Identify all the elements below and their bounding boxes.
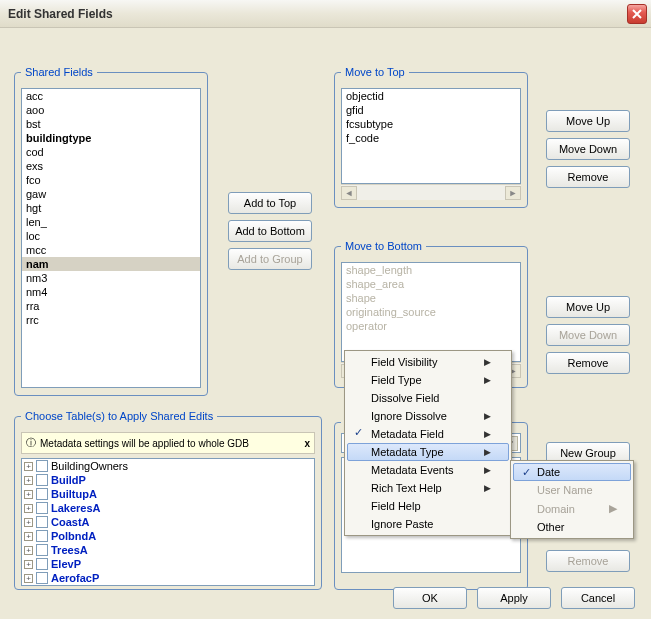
move-to-top-list[interactable]: objectidgfidfcsubtypef_code (341, 88, 521, 184)
shared-field-item[interactable]: buildingtype (22, 131, 200, 145)
move-top-item[interactable]: objectid (342, 89, 520, 103)
move-bottom-item[interactable]: shape_area (342, 277, 520, 291)
menu-item[interactable]: ✓Metadata Field▶ (347, 425, 509, 443)
hscrollbar[interactable]: ◄ ► (341, 184, 521, 200)
remove-bottom-button[interactable]: Remove (546, 352, 630, 374)
move-top-item[interactable]: fcsubtype (342, 117, 520, 131)
table-row[interactable]: +CoastA (22, 515, 314, 529)
submenu-item[interactable]: Other (513, 518, 631, 536)
checkbox[interactable] (36, 530, 48, 542)
menu-item[interactable]: Field Help (347, 497, 509, 515)
menu-item-label: Metadata Type (371, 446, 444, 458)
shared-field-item[interactable]: gaw (22, 187, 200, 201)
checkbox[interactable] (36, 516, 48, 528)
scroll-right-icon[interactable]: ► (505, 186, 521, 200)
expander-icon[interactable]: + (24, 574, 33, 583)
move-top-item[interactable]: f_code (342, 131, 520, 145)
apply-button[interactable]: Apply (477, 587, 551, 609)
expander-icon[interactable]: + (24, 504, 33, 513)
shared-field-item[interactable]: acc (22, 89, 200, 103)
shared-field-item[interactable]: aoo (22, 103, 200, 117)
info-close-button[interactable]: x (304, 438, 310, 449)
check-icon: ✓ (518, 466, 534, 479)
menu-item[interactable]: Field Visibility▶ (347, 353, 509, 371)
info-bar: ⓘ Metadata settings will be applied to w… (21, 432, 315, 454)
shared-field-item[interactable]: cod (22, 145, 200, 159)
checkbox[interactable] (36, 474, 48, 486)
shared-field-item[interactable]: nam (22, 257, 200, 271)
table-label: BuiltupA (51, 488, 97, 500)
shared-field-item[interactable]: exs (22, 159, 200, 173)
submenu-item[interactable]: ✓Date (513, 463, 631, 481)
checkbox[interactable] (36, 488, 48, 500)
expander-icon[interactable]: + (24, 546, 33, 555)
expander-icon[interactable]: + (24, 518, 33, 527)
scroll-left-icon[interactable]: ◄ (341, 186, 357, 200)
move-to-bottom-legend: Move to Bottom (341, 240, 426, 252)
add-to-top-button[interactable]: Add to Top (228, 192, 312, 214)
move-bottom-item[interactable]: shape_length (342, 263, 520, 277)
menu-item[interactable]: Metadata Type▶ (347, 443, 509, 461)
expander-icon[interactable]: + (24, 462, 33, 471)
table-row[interactable]: +AerofacP (22, 571, 314, 585)
table-row[interactable]: +LakeresA (22, 501, 314, 515)
choose-tables-group: Choose Table(s) to Apply Shared Edits ⓘ … (14, 410, 322, 590)
move-bottom-item[interactable]: shape (342, 291, 520, 305)
dialog-buttons: OK Apply Cancel (393, 587, 635, 609)
menu-item[interactable]: Metadata Events▶ (347, 461, 509, 479)
remove-top-button[interactable]: Remove (546, 166, 630, 188)
table-row[interactable]: +BuildP (22, 473, 314, 487)
expander-icon[interactable]: + (24, 476, 33, 485)
table-row[interactable]: +BuiltupA (22, 487, 314, 501)
right-buttons-top: Move Up Move Down Remove (546, 110, 630, 194)
shared-field-item[interactable]: rra (22, 299, 200, 313)
move-bottom-item[interactable]: operator (342, 319, 520, 333)
shared-field-item[interactable]: bst (22, 117, 200, 131)
shared-field-item[interactable]: loc (22, 229, 200, 243)
submenu-arrow-icon: ▶ (484, 483, 491, 493)
move-bottom-item[interactable]: originating_source (342, 305, 520, 319)
expander-icon[interactable]: + (24, 490, 33, 499)
shared-field-item[interactable]: mcc (22, 243, 200, 257)
menu-item[interactable]: Field Type▶ (347, 371, 509, 389)
tables-tree[interactable]: +BuildingOwners+BuildP+BuiltupA+LakeresA… (21, 458, 315, 586)
ok-button[interactable]: OK (393, 587, 467, 609)
expander-icon[interactable]: + (24, 560, 33, 569)
table-row[interactable]: +ElevP (22, 557, 314, 571)
menu-item[interactable]: Rich Text Help▶ (347, 479, 509, 497)
dialog-body: Shared Fields accaoobstbuildingtypecodex… (0, 28, 651, 619)
menu-item[interactable]: Ignore Paste (347, 515, 509, 533)
checkbox[interactable] (36, 502, 48, 514)
shared-field-item[interactable]: fco (22, 173, 200, 187)
shared-field-item[interactable]: nm4 (22, 285, 200, 299)
context-submenu[interactable]: ✓DateUser NameDomain▶Other (510, 460, 634, 539)
table-row[interactable]: +PolbndA (22, 529, 314, 543)
context-menu[interactable]: Field Visibility▶Field Type▶Dissolve Fie… (344, 350, 512, 536)
close-button[interactable] (627, 4, 647, 24)
checkbox[interactable] (36, 460, 48, 472)
move-down-top-button[interactable]: Move Down (546, 138, 630, 160)
shared-field-item[interactable]: len_ (22, 215, 200, 229)
add-to-bottom-button[interactable]: Add to Bottom (228, 220, 312, 242)
table-row[interactable]: +TreesA (22, 543, 314, 557)
shared-field-item[interactable]: nm3 (22, 271, 200, 285)
expander-icon[interactable]: + (24, 532, 33, 541)
scroll-track[interactable] (357, 186, 505, 200)
checkbox[interactable] (36, 558, 48, 570)
cancel-button[interactable]: Cancel (561, 587, 635, 609)
move-top-item[interactable]: gfid (342, 103, 520, 117)
shared-field-item[interactable]: rrc (22, 313, 200, 327)
table-row[interactable]: +BuildingOwners (22, 459, 314, 473)
shared-fields-list[interactable]: accaoobstbuildingtypecodexsfcogawhgtlen_… (21, 88, 201, 388)
menu-item-label: Field Type (371, 374, 422, 386)
menu-item[interactable]: Ignore Dissolve▶ (347, 407, 509, 425)
checkbox[interactable] (36, 572, 48, 584)
checkbox[interactable] (36, 544, 48, 556)
shared-field-item[interactable]: hgt (22, 201, 200, 215)
move-to-bottom-list[interactable]: shape_lengthshape_areashapeoriginating_s… (341, 262, 521, 362)
choose-tables-legend: Choose Table(s) to Apply Shared Edits (21, 410, 217, 422)
right-buttons-bottom: Move Up Move Down Remove (546, 296, 630, 380)
menu-item[interactable]: Dissolve Field (347, 389, 509, 407)
move-up-top-button[interactable]: Move Up (546, 110, 630, 132)
move-up-bottom-button[interactable]: Move Up (546, 296, 630, 318)
